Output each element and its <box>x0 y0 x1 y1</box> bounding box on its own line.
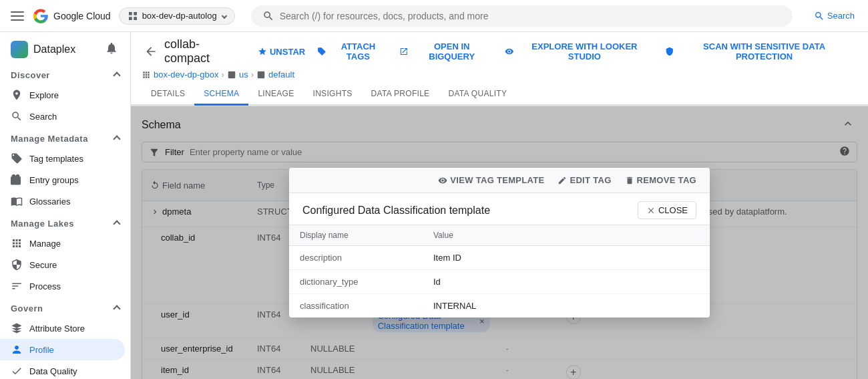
sidebar-item-label: Explore <box>29 90 59 100</box>
tab-lineage[interactable]: LINEAGE <box>248 84 303 106</box>
page-title: collab-compact <box>164 37 243 66</box>
explore-looker-button[interactable]: EXPLORE WITH LOOKER STUDIO <box>499 38 658 65</box>
unstar-button[interactable]: UNSTAR <box>252 43 310 60</box>
breadcrumb-us[interactable]: us <box>239 70 248 80</box>
sidebar-item-label: Data Quality <box>29 366 77 376</box>
dialog-col-display-name: Display name <box>289 225 423 246</box>
view-tag-template-label: VIEW TAG TEMPLATE <box>450 175 544 185</box>
edit-icon <box>558 176 567 185</box>
sidebar-section-header-manage-metadata[interactable]: Manage Metadata <box>0 130 130 148</box>
sidebar-item-label: Attribute Store <box>29 324 85 334</box>
breadcrumb: box-dev-dp-gbox › us › default <box>142 70 857 80</box>
view-icon <box>438 176 447 185</box>
dialog-display-name: classification <box>289 294 423 318</box>
tab-insights[interactable]: INSIGHTS <box>304 84 362 106</box>
sidebar-item-data-quality[interactable]: Data Quality <box>0 360 125 379</box>
sidebar-item-profile[interactable]: Profile <box>0 339 125 360</box>
sidebar-section-manage-lakes: Manage Lakes Manage Secure Process <box>0 215 130 297</box>
menu-button[interactable] <box>8 9 27 23</box>
search-bar <box>251 5 793 27</box>
sidebar-item-label: Profile <box>29 345 54 355</box>
main-content: collab-compact UNSTAR ATTACH TAGS OPEN I… <box>131 32 868 379</box>
attach-tags-label: ATTACH TAGS <box>329 41 387 61</box>
attribute-icon <box>11 322 23 334</box>
breadcrumb-box[interactable]: box-dev-dp-gbox <box>154 70 219 80</box>
sidebar-item-manage[interactable]: Manage <box>0 233 125 254</box>
sidebar-item-label: Glossaries <box>29 197 70 207</box>
sidebar-item-explore[interactable]: Explore <box>0 84 125 106</box>
dialog-toolbar: VIEW TAG TEMPLATE EDIT TAG REMOVE TAG <box>289 168 710 193</box>
sidebar-item-process[interactable]: Process <box>0 275 125 297</box>
scan-icon <box>665 47 674 56</box>
search-icon <box>11 110 23 122</box>
close-dialog-button[interactable]: CLOSE <box>638 201 696 219</box>
sidebar-section-header-manage-lakes[interactable]: Manage Lakes <box>0 215 130 233</box>
sidebar-item-label: Search <box>29 112 57 122</box>
search-button[interactable]: Search <box>809 8 860 24</box>
notification-bell[interactable] <box>103 40 120 58</box>
edit-tag-label: EDIT TAG <box>570 175 611 185</box>
scan-label: SCAN WITH SENSITIVE DATA PROTECTION <box>676 41 852 61</box>
open-bigquery-label: OPEN IN BIGQUERY <box>411 41 493 61</box>
tab-details[interactable]: DETAILS <box>142 84 194 106</box>
sidebar-logo-text: Dataplex <box>33 43 75 55</box>
view-tag-template-button[interactable]: VIEW TAG TEMPLATE <box>431 172 551 188</box>
sidebar-item-entry-groups[interactable]: Entry groups <box>0 169 125 191</box>
google-cloud-logo: Google Cloud <box>32 7 111 25</box>
dialog-title: Configured Data Classification template <box>302 205 490 217</box>
tab-schema[interactable]: SCHEMA <box>194 84 248 106</box>
unstar-label: UNSTAR <box>270 47 305 57</box>
sidebar-section-header-discover[interactable]: Discover <box>0 66 130 84</box>
topbar: Google Cloud box-dev-dp-autolog Search <box>0 0 868 32</box>
dialog-col-value: Value <box>423 225 710 246</box>
process-icon <box>11 280 23 292</box>
dialog-display-name: dictionary_type <box>289 270 423 294</box>
remove-tag-button[interactable]: REMOVE TAG <box>618 172 703 188</box>
sidebar-logo: Dataplex <box>11 41 75 58</box>
dialog-value: INTERNAL <box>423 294 710 318</box>
schema-area: Schema Filter <box>131 106 868 379</box>
dialog-table-row: description Item ID <box>289 246 710 270</box>
search-input[interactable] <box>280 11 781 21</box>
breadcrumb-default[interactable]: default <box>268 70 294 80</box>
sidebar-section-manage-metadata: Manage Metadata Tag templates Entry grou… <box>0 130 130 212</box>
dialog-value: Item ID <box>423 246 710 270</box>
tabs: DETAILS SCHEMA LINEAGE INSIGHTS DATA PRO… <box>131 84 868 106</box>
search-label: Search <box>827 11 855 21</box>
sidebar-item-label: Manage <box>29 239 61 249</box>
scan-protection-button[interactable]: SCAN WITH SENSITIVE DATA PROTECTION <box>660 38 857 65</box>
sidebar-item-tag-templates[interactable]: Tag templates <box>0 148 125 169</box>
tab-data-quality[interactable]: DATA QUALITY <box>439 84 516 106</box>
sidebar-section-discover: Discover Explore Search <box>0 66 130 127</box>
remove-tag-label: REMOVE TAG <box>637 175 696 185</box>
page-header: collab-compact UNSTAR ATTACH TAGS OPEN I… <box>131 32 868 106</box>
sidebar-item-attribute-store[interactable]: Attribute Store <box>0 318 125 339</box>
back-button[interactable] <box>142 42 160 61</box>
attach-tags-button[interactable]: ATTACH TAGS <box>312 38 393 65</box>
edit-tag-button[interactable]: EDIT TAG <box>551 172 618 188</box>
header-actions: UNSTAR ATTACH TAGS OPEN IN BIGQUERY EXPL… <box>252 38 857 65</box>
sidebar-item-label: Entry groups <box>29 175 79 185</box>
entry-groups-icon <box>11 174 23 186</box>
dialog-overlay: VIEW TAG TEMPLATE EDIT TAG REMOVE TAG <box>131 106 868 379</box>
project-name: box-dev-dp-autolog <box>142 11 217 21</box>
close-icon <box>646 206 656 215</box>
profile-icon <box>11 344 23 356</box>
sidebar-item-label: Secure <box>29 260 57 270</box>
sidebar-item-label: Tag templates <box>29 154 83 164</box>
sidebar-section-header-govern[interactable]: Govern <box>0 299 130 318</box>
dialog: VIEW TAG TEMPLATE EDIT TAG REMOVE TAG <box>289 168 710 318</box>
open-bigquery-button[interactable]: OPEN IN BIGQUERY <box>394 38 498 65</box>
sidebar-section-govern: Govern Attribute Store Profile Data Qual… <box>0 299 130 379</box>
bigquery-icon <box>399 47 409 56</box>
manage-icon <box>11 237 23 249</box>
tab-data-profile[interactable]: DATA PROFILE <box>362 84 439 106</box>
logo-text: Google Cloud <box>53 11 111 21</box>
sidebar-item-secure[interactable]: Secure <box>0 254 125 275</box>
project-selector[interactable]: box-dev-dp-autolog <box>119 7 235 25</box>
explore-looker-label: EXPLORE WITH LOOKER STUDIO <box>516 41 652 61</box>
sidebar-item-search[interactable]: Search <box>0 106 125 127</box>
sidebar-item-glossaries[interactable]: Glossaries <box>0 191 125 212</box>
delete-icon <box>625 176 634 185</box>
sidebar-item-label: Process <box>29 281 61 291</box>
